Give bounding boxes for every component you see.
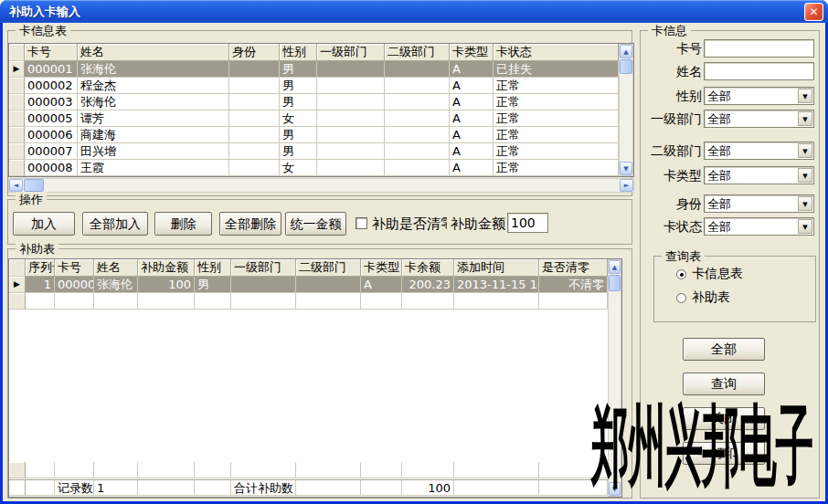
filter-label-8: 卡状态 [642, 219, 702, 236]
table-row[interactable]: ▶1000001张海伦100男A200.232013-11-15 16:58:不… [9, 277, 608, 293]
delete-all-button[interactable]: 全部删除 [219, 212, 281, 236]
cell-identity [229, 143, 280, 160]
column-header[interactable]: 卡号 [25, 44, 78, 61]
cell-dept2 [385, 78, 450, 94]
filter-select-7[interactable]: 全部▼ [704, 194, 814, 213]
dropdown-arrow-icon[interactable]: ▼ [798, 168, 812, 183]
table-row[interactable]: 000003张海伦男A正常 [9, 94, 619, 110]
table-row[interactable]: 000006商建海男A正常 [9, 127, 619, 143]
clear-subsidy-checkbox[interactable] [356, 217, 367, 229]
column-header[interactable]: 卡类型 [450, 44, 494, 61]
empty-cell [296, 293, 361, 310]
query-button[interactable]: 查询 [683, 373, 765, 395]
filter-input-2[interactable] [704, 62, 814, 80]
column-header[interactable]: 一级部门 [317, 44, 385, 61]
scroll-up-icon[interactable]: ▲ [609, 260, 621, 274]
subsidy-table: 序列号卡号姓名补助金额性别一级部门二级部门卡类型卡余额添加时间是否清零▶1000… [8, 258, 622, 498]
column-header[interactable]: 是否清零 [539, 259, 608, 277]
row-indicator: ▶ [9, 61, 25, 78]
column-header[interactable]: 性别 [280, 44, 317, 61]
filter-select-6[interactable]: 全部▼ [704, 166, 814, 184]
column-header[interactable]: 身份 [229, 44, 280, 61]
delete-button[interactable]: 删除 [154, 212, 212, 236]
dropdown-arrow-icon[interactable]: ▼ [798, 219, 812, 234]
card-table-vscrollbar[interactable]: ▲ ▼ [619, 44, 633, 176]
query-option-1[interactable]: 卡信息表 [676, 266, 743, 282]
add-all-button[interactable]: 全部加入 [82, 212, 148, 236]
cell-status: 正常 [494, 78, 619, 94]
filter-select-4[interactable]: 全部▼ [704, 110, 814, 128]
cell-dept2 [385, 94, 450, 110]
scroll-down-icon[interactable]: ▼ [620, 162, 632, 175]
radio-label: 补助表 [692, 289, 730, 306]
scroll-up-icon[interactable]: ▲ [620, 45, 632, 58]
scroll-left-icon[interactable]: ◄ [9, 179, 23, 192]
add-button[interactable]: 加入 [13, 212, 75, 236]
column-header[interactable]: 卡余额 [402, 259, 454, 277]
filter-select-8[interactable]: 全部▼ [704, 217, 814, 236]
cell-identity [229, 78, 280, 94]
column-header[interactable]: 性别 [195, 259, 231, 277]
table-row[interactable]: 000002程金杰男A正常 [9, 78, 619, 94]
empty-cell [138, 462, 195, 478]
column-header[interactable]: 姓名 [78, 44, 229, 61]
filter-label-2: 姓名 [642, 64, 702, 80]
radio-button[interactable] [676, 293, 686, 303]
column-header[interactable]: 二级部门 [296, 259, 361, 277]
cell-name: 田兴增 [78, 143, 229, 160]
dropdown-arrow-icon[interactable]: ▼ [798, 89, 812, 103]
cell-dept1 [317, 61, 385, 78]
table-row[interactable]: 000005谭芳女A正常 [9, 110, 619, 127]
table-row[interactable]: ▶000001张海伦男A已挂失 [9, 61, 619, 78]
column-header[interactable]: 添加时间 [454, 259, 539, 277]
cell-gender: 男 [280, 127, 317, 143]
row-indicator-header[interactable] [9, 259, 26, 277]
row-indicator [9, 78, 25, 94]
cell-gender: 女 [280, 110, 317, 127]
cell-gender: 男 [280, 143, 317, 160]
close-button[interactable]: ✕ [804, 3, 823, 21]
summary-cell [26, 479, 55, 496]
column-header[interactable]: 一级部门 [231, 259, 296, 277]
all-button[interactable]: 全部 [683, 338, 765, 361]
cell-identity [229, 110, 280, 127]
subsidy-group-title: 补助表 [16, 241, 58, 257]
cell-identity [229, 127, 280, 143]
empty-cell [231, 462, 296, 478]
dropdown-arrow-icon[interactable]: ▼ [798, 143, 812, 158]
watermark-text: 郑州兴邦电子 [591, 402, 812, 489]
scroll-right-icon[interactable]: ► [620, 179, 633, 192]
summary-cell: 1 [94, 479, 138, 496]
filter-input-1[interactable] [704, 39, 814, 58]
card-hscroll-thumb[interactable] [24, 179, 44, 192]
table-row[interactable]: 000007田兴增男A正常 [9, 143, 619, 160]
unify-amount-button[interactable]: 统一金额 [285, 212, 346, 236]
radio-button[interactable] [676, 269, 686, 279]
card-vscroll-thumb[interactable] [620, 59, 632, 74]
summary-cell [296, 479, 361, 496]
column-header[interactable]: 卡类型 [361, 259, 402, 277]
filter-select-3[interactable]: 全部▼ [704, 87, 814, 105]
column-header[interactable]: 卡状态 [494, 44, 619, 61]
column-header[interactable]: 二级部门 [385, 44, 450, 61]
column-header[interactable]: 补助金额 [138, 259, 195, 277]
cell-status: 正常 [494, 127, 619, 143]
card-filter-group-title: 卡信息 [648, 23, 691, 39]
subsidy-amount-input[interactable] [507, 213, 548, 233]
column-header[interactable]: 姓名 [94, 259, 138, 277]
filter-select-5[interactable]: 全部▼ [704, 142, 814, 160]
column-header[interactable]: 卡号 [55, 259, 94, 277]
cell-card_no: 000008 [25, 160, 78, 176]
dropdown-arrow-icon[interactable]: ▼ [798, 196, 812, 211]
empty-cell [26, 293, 55, 310]
query-option-2[interactable]: 补助表 [676, 289, 730, 306]
cell-status: 正常 [494, 160, 619, 176]
table-row[interactable]: 000008王霞女A正常 [9, 160, 619, 176]
card-table-hscrollbar[interactable]: ◄ ► [8, 178, 634, 193]
row-indicator-header[interactable] [9, 44, 25, 61]
cell-dept2 [385, 160, 450, 176]
column-header[interactable]: 序列号 [26, 259, 55, 277]
cell-clear: 不清零 [539, 277, 608, 293]
dropdown-arrow-icon[interactable]: ▼ [798, 111, 812, 126]
subsidy-vscroll-thumb[interactable] [609, 275, 621, 291]
